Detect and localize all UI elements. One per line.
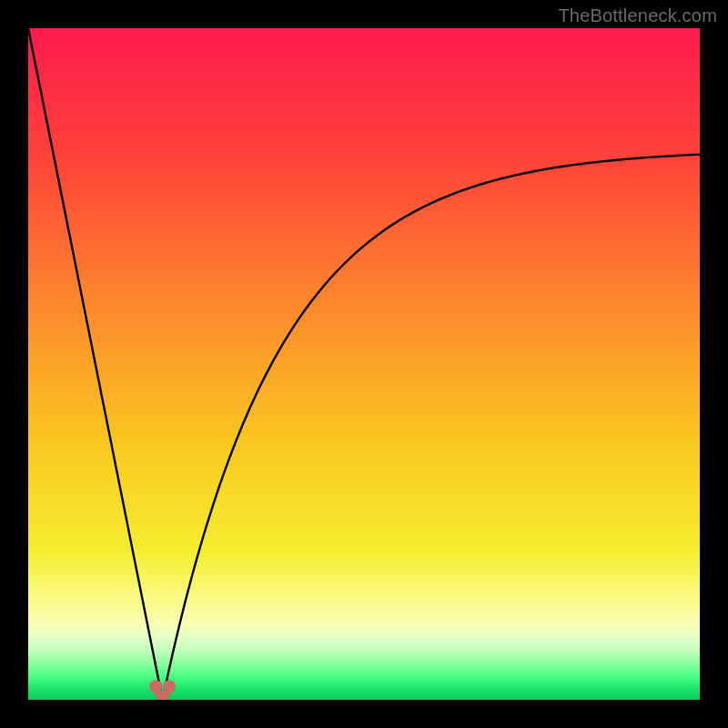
rising-branch xyxy=(163,155,700,700)
dip-marker-left xyxy=(149,680,162,693)
plot-frame xyxy=(28,28,700,700)
curve-layer xyxy=(28,28,700,700)
attribution-text: TheBottleneck.com xyxy=(558,5,717,26)
falling-branch xyxy=(28,28,163,700)
dip-marker-right xyxy=(163,680,176,693)
